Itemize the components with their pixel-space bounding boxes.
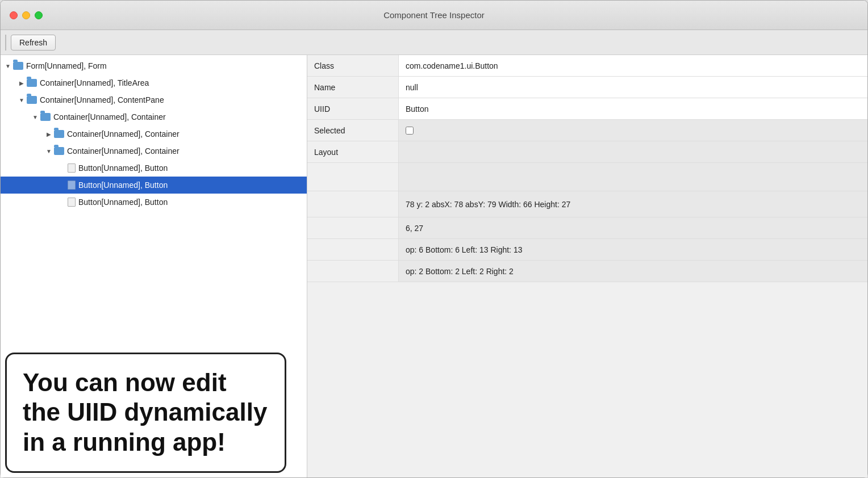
minimize-button[interactable] <box>22 11 30 19</box>
prop-row-layout: Layout <box>307 141 867 163</box>
tree-label: Container[Unnamed], ContentPane <box>40 95 164 104</box>
tree-label: Container[Unnamed], Container <box>53 112 166 121</box>
toolbar: Refresh <box>1 30 867 55</box>
close-button[interactable] <box>10 11 18 19</box>
file-icon <box>68 163 76 173</box>
prop-value-selected[interactable] <box>398 120 867 141</box>
prop-row-class: Class com.codename1.ui.Button <box>307 55 867 77</box>
main-content: ▼ Form[Unnamed], Form ▶ Container[Unname… <box>1 55 867 477</box>
prop-value-name: null <box>398 77 867 98</box>
prop-row-selected: Selected <box>307 120 867 141</box>
callout-text: You can now edit the UIID dynamically in… <box>23 368 267 456</box>
tree-label: Container[Unnamed], Container <box>67 129 180 139</box>
tree-item-button3[interactable]: Button[Unnamed], Button <box>1 194 307 211</box>
tree-item-button1[interactable]: Button[Unnamed], Button <box>1 160 307 177</box>
prop-value-uiid[interactable] <box>398 98 867 119</box>
folder-icon <box>54 147 64 155</box>
tree-label: Form[Unnamed], Form <box>26 61 107 70</box>
selected-checkbox[interactable] <box>406 127 414 135</box>
prop-value-margin: op: 2 Bottom: 2 Left: 2 Right: 2 <box>398 261 867 282</box>
folder-icon <box>40 113 51 121</box>
toolbar-separator <box>5 35 6 51</box>
prop-row-padding: op: 6 Bottom: 6 Left: 13 Right: 13 <box>307 239 867 261</box>
tree-item-container1[interactable]: ▼ Container[Unnamed], Container <box>1 108 307 125</box>
prop-label-empty1 <box>307 163 398 191</box>
tree-label: Button[Unnamed], Button <box>78 181 168 190</box>
tree-item-container3[interactable]: ▼ Container[Unnamed], Container <box>1 142 307 160</box>
tree-toggle[interactable]: ▶ <box>16 78 27 88</box>
folder-icon <box>27 79 37 87</box>
title-bar: Component Tree Inspector <box>1 1 867 30</box>
prop-value-class: com.codename1.ui.Button <box>398 55 867 76</box>
refresh-button[interactable]: Refresh <box>11 35 56 51</box>
tree-item-form-unnamed[interactable]: ▼ Form[Unnamed], Form <box>1 57 307 74</box>
tree-label: Container[Unnamed], Container <box>67 146 180 156</box>
window-title: Component Tree Inspector <box>383 10 485 20</box>
tree-toggle[interactable]: ▼ <box>44 146 54 156</box>
callout-box: You can now edit the UIID dynamically in… <box>5 353 286 473</box>
tree-panel: ▼ Form[Unnamed], Form ▶ Container[Unname… <box>1 55 307 477</box>
folder-icon <box>13 62 23 70</box>
tree-toggle[interactable]: ▼ <box>16 95 27 105</box>
prop-row-margin: op: 2 Bottom: 2 Left: 2 Right: 2 <box>307 261 867 282</box>
tree-label: Button[Unnamed], Button <box>78 163 168 173</box>
tree-item-titlearea[interactable]: ▶ Container[Unnamed], TitleArea <box>1 74 307 91</box>
prop-row-name: Name null <box>307 77 867 98</box>
prop-label-layout: Layout <box>307 141 398 162</box>
prop-label-uiid: UIID <box>307 98 398 119</box>
tree-label: Container[Unnamed], TitleArea <box>40 78 149 87</box>
props-panel: Class com.codename1.ui.Button Name null … <box>307 55 867 477</box>
prop-label-bounds <box>307 191 398 217</box>
prop-label-name: Name <box>307 77 398 98</box>
uiid-input[interactable] <box>403 104 863 114</box>
maximize-button[interactable] <box>35 11 43 19</box>
prop-value-layout <box>398 141 867 162</box>
prop-value-bounds: 78 y: 2 absX: 78 absY: 79 Width: 66 Heig… <box>398 191 867 217</box>
folder-icon <box>54 130 64 138</box>
prop-label-selected: Selected <box>307 120 398 141</box>
prop-row-empty1 <box>307 163 867 191</box>
file-icon <box>68 198 76 207</box>
prop-value-size: 6, 27 <box>398 217 867 238</box>
prop-row-bounds: 78 y: 2 absX: 78 absY: 79 Width: 66 Heig… <box>307 191 867 217</box>
tree-item-button2[interactable]: Button[Unnamed], Button <box>1 177 307 194</box>
prop-label-margin <box>307 261 398 282</box>
tree-toggle[interactable]: ▼ <box>30 112 40 122</box>
prop-row-size: 6, 27 <box>307 217 867 239</box>
folder-icon <box>27 96 37 104</box>
prop-row-uiid: UIID <box>307 98 867 120</box>
prop-value-empty1 <box>398 163 867 191</box>
prop-value-padding: op: 6 Bottom: 6 Left: 13 Right: 13 <box>398 239 867 260</box>
tree-item-container2[interactable]: ▶ Container[Unnamed], Container <box>1 125 307 142</box>
prop-label-class: Class <box>307 55 398 76</box>
tree-item-contentpane[interactable]: ▼ Container[Unnamed], ContentPane <box>1 91 307 108</box>
traffic-lights <box>10 11 43 19</box>
tree-label: Button[Unnamed], Button <box>78 198 168 207</box>
main-window: Component Tree Inspector Refresh ▼ Form[… <box>0 0 868 478</box>
prop-label-padding <box>307 239 398 260</box>
file-icon <box>68 181 76 190</box>
prop-label-size <box>307 217 398 238</box>
tree-toggle[interactable]: ▼ <box>3 61 13 71</box>
tree-toggle[interactable]: ▶ <box>44 129 54 139</box>
